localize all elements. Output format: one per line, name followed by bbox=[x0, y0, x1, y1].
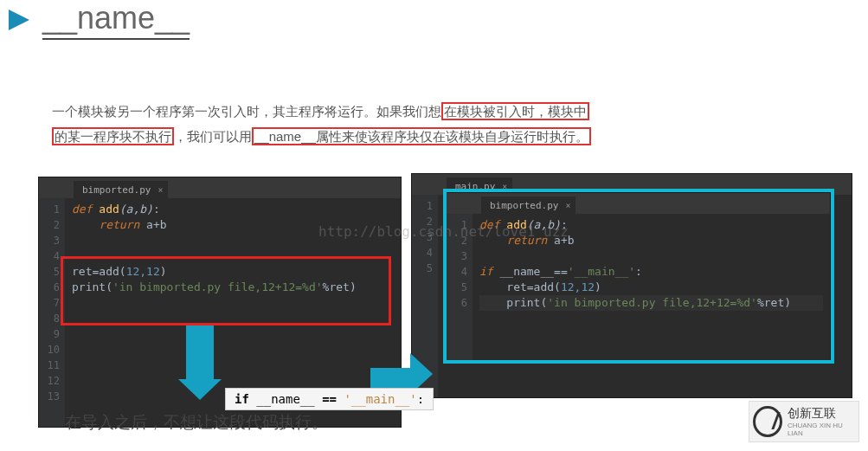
highlight-1: 在模块被引入时，模块中 bbox=[441, 102, 589, 120]
description: 一个模块被另一个程序第一次引入时，其主程序将运行。如果我们想在模块被引入时，模块… bbox=[52, 100, 788, 149]
tab-bar: bimported.py × bbox=[39, 177, 401, 198]
overlay-caption: 在导入之后，不想让这段代码执行。 bbox=[65, 411, 328, 434]
logo-subtext: CHUANG XIN HU LIAN bbox=[788, 422, 855, 437]
triangle-icon bbox=[9, 10, 29, 30]
page-title: __name__ bbox=[42, 0, 190, 40]
file-tab[interactable]: bimported.py × bbox=[74, 181, 168, 198]
desc-text: 一个模块被另一个程序第一次引入时，其主程序将运行。如果我们想 bbox=[52, 104, 441, 119]
logo-text: 创新互联 bbox=[788, 406, 855, 422]
arrow-down-icon bbox=[178, 325, 222, 400]
cyan-highlight-box bbox=[443, 189, 834, 364]
brand-logo: 创新互联 CHUANG XIN HU LIAN bbox=[749, 401, 859, 442]
logo-icon bbox=[753, 406, 782, 437]
highlight-3: __name__属性来使该程序块仅在该模块自身运行时执行。 bbox=[252, 127, 591, 145]
code-snippet: if __name__ == '__main__': bbox=[225, 388, 434, 410]
desc-text: ，我们可以用 bbox=[174, 129, 252, 144]
title-section: __name__ bbox=[9, 0, 190, 40]
close-icon[interactable]: × bbox=[158, 185, 163, 195]
watermark: http://blog.csdn.net/love1_uzz bbox=[318, 223, 569, 240]
red-highlight-box bbox=[61, 256, 391, 325]
tab-label: bimported.py bbox=[82, 184, 151, 196]
highlight-2: 的某一程序块不执行 bbox=[52, 127, 174, 145]
